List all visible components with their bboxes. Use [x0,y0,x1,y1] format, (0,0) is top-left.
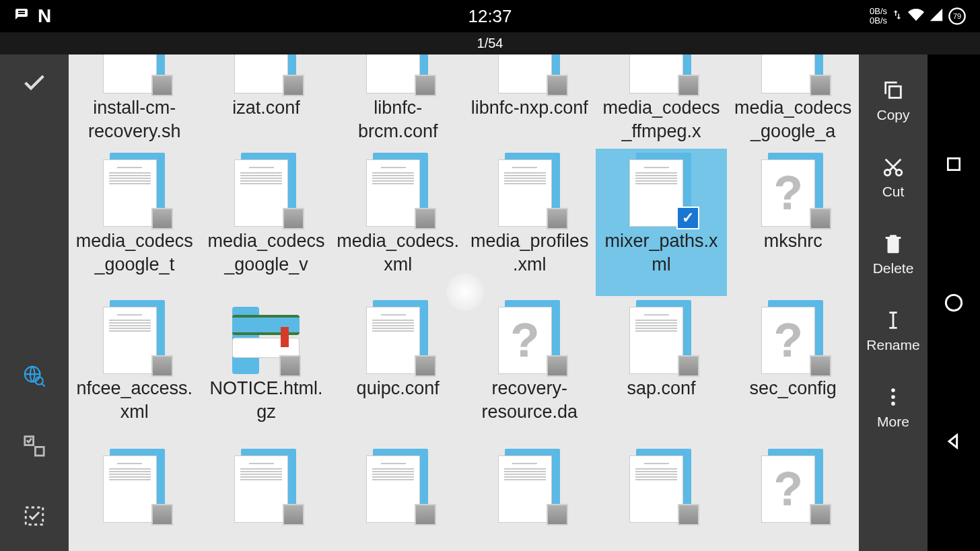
file-item[interactable]: media_profiles.xml [464,149,596,296]
file-label: libnfc-brcm.conf [334,96,462,143]
file-badge-icon [678,355,699,377]
file-label: mkshrc [761,229,825,253]
selection-counter: 1/54 [0,32,980,54]
network-search-icon[interactable] [20,361,49,391]
file-label: media_profiles.xml [466,229,594,277]
left-rail [0,54,69,551]
file-item[interactable]: media_codecs_ffmpeg.x [596,54,728,149]
file-icon [629,455,683,523]
file-item[interactable]: sap.conf [596,296,728,443]
file-icon [629,159,683,227]
file-icon [629,307,683,374]
file-label: recovery-resource.da [466,377,594,424]
file-icon [761,307,815,374]
file-label: quipc.conf [354,377,442,400]
file-badge-icon [678,504,699,525]
file-item[interactable]: media_codecs_google_t [69,149,201,296]
nav-bar [928,54,980,551]
file-item[interactable]: system_font [464,443,596,551]
file-icon [103,54,157,94]
battery-icon: 79 [948,7,967,26]
home-button[interactable] [944,293,964,313]
status-bar: N 12:37 0B/s 0B/s 79 [0,0,980,32]
file-icon [103,307,157,374]
file-label: media_codecs.xml [334,229,462,277]
file-item[interactable]: nfcee_access.xml [69,296,201,443]
file-badge-icon [151,208,173,229]
file-badge-icon [547,75,568,96]
back-button[interactable] [944,431,964,451]
file-item[interactable]: sap [332,443,464,551]
cut-button[interactable]: Cut [882,139,905,216]
file-label: nfcee_access.xml [71,377,199,424]
file-icon [234,159,288,227]
file-label: izat.conf [230,96,303,120]
more-button[interactable]: More [877,369,909,446]
file-badge-icon [283,75,304,96]
file-item[interactable]: izat.conf [201,54,332,149]
action-rail: Copy Cut Delete Rename More [859,54,928,551]
file-item[interactable]: quipc.conf [332,296,464,443]
file-item[interactable]: thermal [596,443,728,551]
file-icon [761,159,815,227]
file-badge-icon [810,504,831,525]
file-label: NOTICE.html.gz [202,377,330,424]
file-icon [498,455,552,523]
file-badge-icon [415,504,436,525]
file-label: libnfc-nxp.conf [468,96,591,120]
file-badge-icon [151,355,173,377]
recents-button[interactable] [944,154,964,174]
file-item[interactable]: media_codecs_google_a [727,54,859,149]
file-label: media_codecs_google_t [71,229,199,277]
file-icon [234,54,288,94]
file-label: install-cm-recovery.sh [71,96,199,143]
svg-rect-12 [948,158,959,170]
file-item[interactable]: media_codecs.xml [332,149,464,296]
file-item[interactable]: mkshrc [727,149,859,296]
file-item[interactable]: sensor_def [201,443,332,551]
clock: 12:37 [468,6,512,27]
file-item[interactable]: install-cm-recovery.sh [69,54,201,149]
selected-check-icon: ✓ [676,207,699,229]
file-grid[interactable]: install-cm-recovery.sh izat.conf libnfc-… [69,54,859,551]
file-icon [366,455,420,523]
file-item[interactable]: sec_config [727,296,859,443]
rename-button[interactable]: Rename [866,293,919,369]
file-icon [498,307,552,374]
file-icon [366,307,420,374]
file-item[interactable]: libnfc-brcm.conf [332,54,464,149]
file-icon [103,159,157,227]
file-item[interactable]: media_codecs_google_v [201,149,332,296]
file-badge-icon [415,75,436,96]
file-item[interactable]: selective [69,443,201,551]
file-badge-icon [151,75,173,96]
signal-icon [929,7,944,24]
delete-button[interactable]: Delete [873,216,914,293]
file-badge-icon [810,208,831,229]
file-label: media_codecs_google_a [729,96,857,143]
wifi-icon [907,7,925,25]
archive-icon [232,307,300,374]
file-item[interactable]: ✓ mixer_paths.xml [596,149,728,296]
file-item[interactable]: recovery-resource.da [464,296,596,443]
file-label: mixer_paths.xml [597,229,725,277]
file-icon [366,54,420,94]
svg-point-9 [891,388,895,392]
file-badge-icon [415,355,436,377]
file-icon [498,54,552,94]
file-item[interactable]: libnfc-nxp.conf [464,54,596,149]
select-all-icon[interactable] [20,501,49,531]
file-badge-icon [810,75,831,96]
file-label: media_codecs_ffmpeg.x [597,96,725,143]
file-icon [234,455,288,523]
copy-button[interactable]: Copy [876,63,909,139]
file-item[interactable]: vimrc [727,443,859,551]
svg-point-11 [891,402,895,406]
file-item[interactable]: NOTICE.html.gz [201,296,332,443]
select-mode-icon[interactable] [20,431,49,461]
file-badge-icon [547,504,568,525]
confirm-icon[interactable] [20,68,49,98]
file-badge-icon [283,208,304,229]
file-icon [761,54,815,94]
file-badge-icon [415,208,436,229]
